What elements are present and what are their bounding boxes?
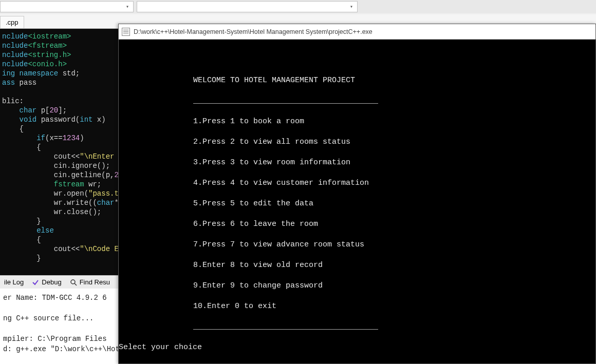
check-icon: [32, 279, 39, 286]
menu-item: 4.Press 4 to view customer information: [193, 178, 595, 188]
svg-point-0: [71, 280, 75, 284]
console-title: D:\work\c++\Hotel-Management-System\Hote…: [134, 28, 372, 35]
toolbar-row: ▾ ▾: [0, 0, 596, 13]
menu-item: 2.Press 2 to view all rooms status: [193, 137, 595, 147]
menu-item: 5.Press 5 to edit the data: [193, 199, 595, 209]
tab-debug[interactable]: Debug: [28, 276, 65, 289]
menu-item: 3.Press 3 to view room information: [193, 158, 595, 168]
tab-cpp-file[interactable]: .cpp: [0, 16, 24, 28]
svg-line-1: [74, 283, 77, 285]
separator-line: ________________________________________: [193, 322, 595, 332]
menu-item: 10.Enter 0 to exit: [193, 301, 595, 312]
console-titlebar[interactable]: D:\work\c++\Hotel-Management-System\Hote…: [119, 24, 595, 40]
console-header: WELCOME TO HOTEL MANAGEMENT PROJECT: [193, 75, 595, 86]
chevron-down-icon: ▾: [348, 3, 355, 10]
tab-find-results[interactable]: Find Resu: [66, 276, 114, 289]
console-app-icon: [122, 28, 130, 36]
toolbar-combo-1[interactable]: ▾: [0, 1, 134, 12]
chevron-down-icon: ▾: [124, 3, 131, 10]
code-editor[interactable]: nclude<iostream> nclude<fstream> nclude<…: [0, 29, 118, 275]
console-prompt: Select your choice: [119, 343, 202, 352]
menu-item: 6.Press 6 to leave the room: [193, 219, 595, 229]
search-icon: [70, 279, 77, 286]
menu-item: 7.Press 7 to view advance room status: [193, 240, 595, 250]
tab-label: .cpp: [6, 18, 18, 26]
menu-item: 1.Press 1 to book a room: [193, 117, 595, 127]
tab-compile-log[interactable]: ile Log: [0, 276, 28, 289]
toolbar-combo-2[interactable]: ▾: [137, 1, 358, 12]
console-window: D:\work\c++\Hotel-Management-System\Hote…: [118, 24, 596, 364]
menu-item: 9.Enter 9 to change password: [193, 281, 595, 291]
separator-line: ________________________________________: [193, 96, 595, 106]
menu-item: 8.Enter 8 to view old record: [193, 260, 595, 271]
console-output[interactable]: WELCOME TO HOTEL MANAGEMENT PROJECT ____…: [119, 40, 595, 364]
